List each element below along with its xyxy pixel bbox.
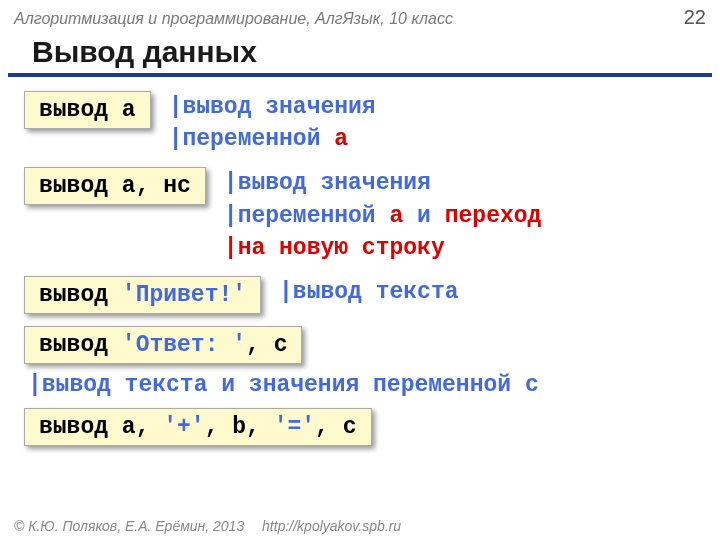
- comment: |вывод текста: [279, 276, 458, 308]
- keyword: вывод: [39, 173, 122, 199]
- comment-line: |вывод текста и значения переменной c: [24, 372, 696, 398]
- comment-text: и: [403, 203, 444, 229]
- example-row-2: вывод a, нс |вывод значения |переменной …: [24, 167, 696, 264]
- code-string: 'Привет!': [122, 282, 246, 308]
- footer-url: http://kpolyakov.spb.ru: [262, 518, 401, 534]
- code-string: '=': [274, 414, 315, 440]
- code-text: , b,: [205, 414, 274, 440]
- example-row-1: вывод a |вывод значения |переменной a: [24, 91, 696, 155]
- keyword: вывод: [39, 332, 122, 358]
- code-box: вывод a: [24, 91, 151, 129]
- comment: |вывод значения |переменной a и переход …: [224, 167, 542, 264]
- keyword: вывод: [39, 97, 122, 123]
- code-box: вывод 'Ответ: ', c: [24, 326, 302, 364]
- comment-var: a: [389, 203, 403, 229]
- code-box: вывод 'Привет!': [24, 276, 261, 314]
- course-label: Алгоритмизация и программирование, АлгЯз…: [14, 10, 453, 28]
- code-string: '+': [163, 414, 204, 440]
- code-box: вывод a, нс: [24, 167, 206, 205]
- slide-header: Алгоритмизация и программирование, АлгЯз…: [0, 0, 720, 31]
- code-text: a,: [122, 414, 163, 440]
- code-text: , c: [246, 332, 287, 358]
- code-text: a: [122, 97, 136, 123]
- keyword: вывод: [39, 414, 122, 440]
- code-box: вывод a, '+', b, '=', c: [24, 408, 372, 446]
- example-row-5: вывод a, '+', b, '=', c: [24, 408, 696, 446]
- keyword: вывод: [39, 282, 122, 308]
- code-text: a, нс: [122, 173, 191, 199]
- comment: |вывод значения |переменной a: [169, 91, 376, 155]
- slide-footer: © К.Ю. Поляков, Е.А. Ерёмин, 2013 http:/…: [14, 518, 401, 534]
- example-row-3: вывод 'Привет!' |вывод текста: [24, 276, 696, 314]
- example-row-4: вывод 'Ответ: ', c: [24, 326, 696, 364]
- content: вывод a |вывод значения |переменной a вы…: [0, 91, 720, 446]
- code-text: , c: [315, 414, 356, 440]
- slide-title: Вывод данных: [8, 31, 712, 77]
- comment-var: a: [334, 126, 348, 152]
- code-string: 'Ответ: ': [122, 332, 246, 358]
- copyright: © К.Ю. Поляков, Е.А. Ерёмин, 2013: [14, 518, 244, 534]
- page-number: 22: [684, 6, 706, 29]
